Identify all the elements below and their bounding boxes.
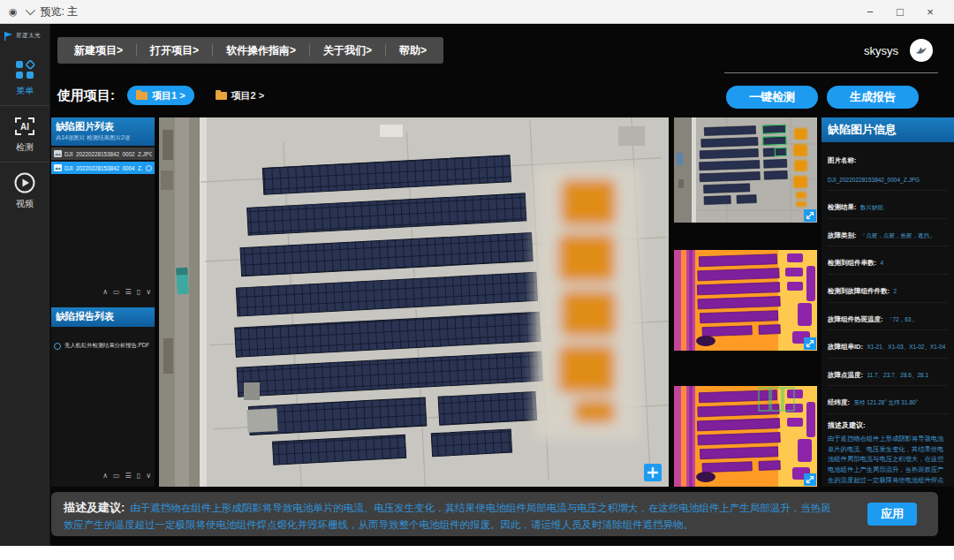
description-text: 由于遮挡物在组件上形成阴影将导致电池单片的电流、电压发生变化，其结果使电池组件局…: [828, 434, 948, 487]
one-key-detect-button[interactable]: 一键检测: [726, 86, 818, 109]
header-divider: [724, 72, 938, 73]
field-detect-result: 检测结果: 数片缺陷: [828, 191, 948, 219]
menu-guide[interactable]: 软件操作指南>: [213, 37, 309, 64]
ai-scan-icon: AI: [13, 115, 36, 138]
sidebar-item-menu[interactable]: 菜单: [0, 49, 49, 105]
expand-icon[interactable]: [804, 337, 816, 350]
report-list-item[interactable]: 无人机红外检测结果分析报告.PDF: [51, 340, 155, 352]
defect-report-list-header: 缺陷报告列表: [51, 307, 155, 327]
advice-text: 由于遮挡物在组件上形成阴影将导致电池单片的电流、电压发生变化，其结果使电池组件局…: [64, 503, 831, 530]
main-aerial-image[interactable]: [159, 117, 669, 487]
field-hotspot-temp: 故障组件热斑温度: 「72，63」: [828, 303, 948, 331]
main-menubar: 新建项目> 打开项目> 软件操作指南> 关于我们> 帮助>: [57, 37, 443, 64]
field-image-name: 图片名称: DJI_20220228153842_0004_Z.JPG: [828, 144, 948, 191]
advice-label: 描述及建议:: [64, 501, 125, 514]
field-string-count: 检测到组件串数: 4: [828, 246, 948, 275]
defect-image-list-subtitle: 共14张图片 检测结果图片2张: [56, 134, 150, 142]
play-icon: [13, 171, 36, 194]
trash-icon[interactable]: ▯: [137, 289, 140, 296]
info-panel-title: 缺陷图片信息: [822, 117, 954, 142]
field-fault-point-temp: 故障点温度: 11.7、23.7、28.6、28.1: [828, 359, 948, 387]
field-fault-category: 故障类别: 「点斑，点斑，热斑，遮挡」: [828, 219, 948, 247]
report-list-toolbar: ∧ ▭ ☰ ▯ ∨: [102, 473, 151, 480]
field-fault-module-count: 检测到故障组件件数: 2: [828, 275, 948, 303]
sidebar-item-video[interactable]: 视频: [0, 162, 49, 218]
defect-image-list-header: 缺陷图片列表 共14张图片 检测结果图片2张: [51, 117, 155, 146]
logo-text: 星逻太光: [16, 32, 41, 40]
svg-text:AI: AI: [20, 122, 29, 132]
menu-grid-icon: [13, 58, 36, 81]
logo-flag-icon: [4, 31, 13, 41]
image-list-item[interactable]: DJI_20220228153842_0002_Z.JPG: [51, 148, 155, 160]
list-icon[interactable]: ☰: [125, 473, 132, 480]
left-panel: 缺陷图片列表 共14张图片 检测结果图片2张 DJI_2022022815384…: [51, 117, 155, 487]
bottom-advice-bar: 描述及建议:由于遮挡物在组件上形成阴影将导致电池单片的电流、电压发生变化，其结果…: [51, 492, 938, 536]
maximize-button[interactable]: □: [885, 0, 915, 24]
app-content: 星逻太光 菜单 AI 检测: [0, 24, 954, 546]
photo-icon: [54, 150, 62, 157]
collapse-up-icon[interactable]: ∧: [102, 473, 108, 480]
zoom-plus-button[interactable]: [644, 464, 662, 481]
image-list-item-selected[interactable]: DJI_20220228153842_0004_Z.JPG: [51, 162, 155, 174]
avatar[interactable]: [910, 39, 933, 62]
bird-icon: [914, 43, 928, 57]
folder-icon: [136, 92, 148, 100]
thumbnail-thermal-2[interactable]: [674, 386, 817, 487]
menu-help[interactable]: 帮助>: [386, 37, 440, 64]
list-icon[interactable]: ☰: [125, 289, 132, 296]
defect-info-panel: 缺陷图片信息 图片名称: DJI_20220228153842_0004_Z.J…: [822, 117, 954, 487]
folder-icon: [216, 92, 227, 100]
collapse-down-icon[interactable]: ∨: [146, 473, 151, 480]
record-icon[interactable]: ◉: [9, 6, 18, 18]
menu-about[interactable]: 关于我们>: [310, 37, 385, 64]
project-bar: 使用项目: 项目1 > 项目2 >: [57, 86, 273, 105]
blurred-sign: [534, 166, 640, 440]
project-tab-2[interactable]: 项目2 >: [207, 86, 274, 105]
field-lat-lng: 经纬度: 东经 121.28° 北纬 31.80°: [828, 386, 948, 414]
trash-icon[interactable]: ▯: [137, 473, 140, 480]
thumbnail-visible-light[interactable]: [674, 117, 817, 223]
menu-open-project[interactable]: 打开项目>: [137, 37, 212, 64]
menu-new-project[interactable]: 新建项目>: [61, 37, 136, 64]
chevron-down-icon[interactable]: [25, 5, 34, 15]
project-bar-label: 使用项目:: [57, 87, 115, 104]
close-button[interactable]: ×: [915, 0, 945, 24]
expand-icon[interactable]: [804, 473, 816, 486]
apply-button[interactable]: 应用: [867, 503, 917, 526]
username: skysys: [864, 44, 898, 57]
folder-icon[interactable]: ▭: [113, 289, 120, 296]
image-list-toolbar: ∧ ▭ ☰ ▯ ∨: [102, 289, 151, 296]
thumbnail-thermal-1[interactable]: [674, 250, 817, 351]
minimize-button[interactable]: −: [855, 0, 885, 24]
expand-icon[interactable]: [804, 209, 816, 222]
pdf-icon: [54, 343, 61, 350]
title-bar: ◉ 预览: 主 − □ ×: [0, 0, 954, 24]
field-string-id: 故障组串ID: X1-21、X1-03、X1-02、X1-04: [828, 330, 948, 359]
window-title: 预览: 主: [41, 4, 79, 19]
description-label: 描述及建议:: [828, 420, 948, 430]
app-window: ◉ 预览: 主 − □ × 星逻太光: [0, 0, 954, 560]
project-tab-1[interactable]: 项目1 >: [127, 86, 194, 105]
sidebar: 星逻太光 菜单 AI 检测: [0, 24, 50, 546]
sync-icon: [146, 165, 152, 171]
collapse-down-icon[interactable]: ∨: [146, 289, 151, 296]
app-logo: 星逻太光: [0, 24, 49, 49]
collapse-up-icon[interactable]: ∧: [102, 289, 108, 296]
sidebar-item-detect[interactable]: AI 检测: [0, 105, 49, 162]
folder-icon[interactable]: ▭: [113, 473, 120, 480]
photo-icon: [54, 164, 62, 171]
generate-report-button[interactable]: 生成报告: [827, 86, 919, 109]
user-box: skysys: [864, 39, 933, 62]
